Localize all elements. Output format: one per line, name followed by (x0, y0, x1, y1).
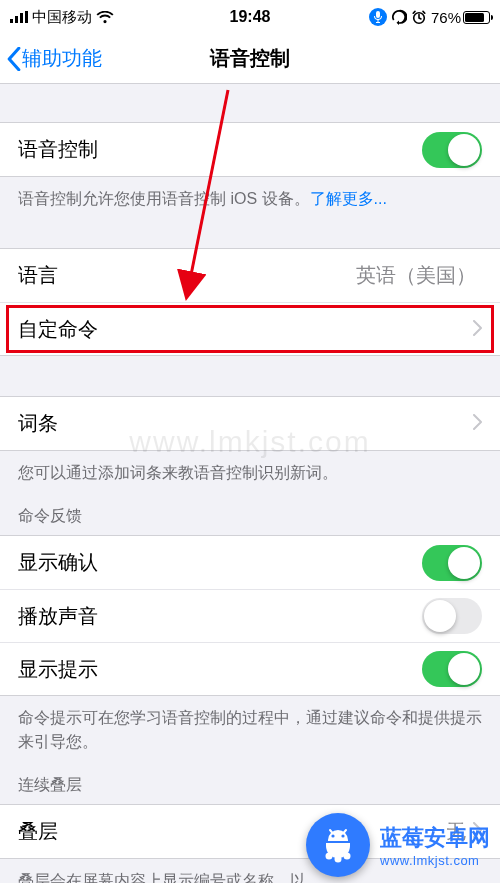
voice-control-status-icon (369, 8, 387, 26)
status-time: 19:48 (230, 8, 271, 26)
svg-point-2 (331, 834, 334, 837)
voice-control-toggle[interactable] (422, 132, 482, 168)
status-right: 76% (369, 8, 490, 26)
signal-icon (10, 11, 28, 23)
nav-bar: 辅助功能 语音控制 (0, 34, 500, 84)
custom-commands-row[interactable]: 自定命令 (0, 302, 500, 355)
show-confirm-label: 显示确认 (18, 549, 98, 576)
vocabulary-desc: 您可以通过添加词条来教语音控制识别新词。 (0, 451, 500, 484)
settings-content: 语音控制 语音控制允许您使用语音控制 iOS 设备。了解更多... 语言 英语（… (0, 84, 500, 883)
voice-control-label: 语音控制 (18, 136, 98, 163)
vocabulary-label: 词条 (18, 410, 58, 437)
command-feedback-header: 命令反馈 (0, 484, 500, 535)
vocabulary-group: 词条 (0, 396, 500, 451)
voice-control-desc: 语音控制允许您使用语音控制 iOS 设备。了解更多... (0, 177, 500, 210)
language-row[interactable]: 语言 英语（美国） (0, 249, 500, 302)
back-button[interactable]: 辅助功能 (0, 45, 102, 72)
wifi-icon (96, 11, 114, 24)
show-confirm-row[interactable]: 显示确认 (0, 536, 500, 589)
overlay-header: 连续叠层 (0, 753, 500, 804)
battery-fill (465, 13, 484, 22)
svg-point-3 (341, 834, 344, 837)
show-hint-label: 显示提示 (18, 656, 98, 683)
show-hint-toggle[interactable] (422, 651, 482, 687)
custom-commands-label: 自定命令 (18, 316, 98, 343)
svg-line-5 (344, 830, 347, 833)
brand-logo-icon (306, 813, 370, 877)
language-label: 语言 (18, 262, 58, 289)
chevron-left-icon (6, 47, 22, 71)
play-sound-toggle[interactable] (422, 598, 482, 634)
brand-overlay: 蓝莓安卓网 www.lmkjst.com (306, 813, 490, 877)
brand-name: 蓝莓安卓网 (380, 823, 490, 853)
svg-point-8 (344, 853, 351, 860)
show-hint-row[interactable]: 显示提示 (0, 642, 500, 695)
status-bar: 中国移动 19:48 76% (0, 0, 500, 34)
back-label: 辅助功能 (22, 45, 102, 72)
vocabulary-row[interactable]: 词条 (0, 397, 500, 450)
play-sound-label: 播放声音 (18, 603, 98, 630)
language-group: 语言 英语（美国） 自定命令 (0, 248, 500, 356)
show-hint-desc: 命令提示可在您学习语音控制的过程中，通过建议命令和提供提示来引导您。 (0, 696, 500, 752)
svg-point-6 (326, 853, 333, 860)
overlay-label: 叠层 (18, 818, 58, 845)
chevron-right-icon (472, 318, 482, 341)
voice-control-group: 语音控制 (0, 122, 500, 177)
orientation-lock-icon (391, 9, 407, 25)
learn-more-link[interactable]: 了解更多... (310, 190, 387, 207)
battery-percent: 76% (431, 9, 461, 26)
svg-line-4 (330, 830, 333, 833)
battery-indicator: 76% (431, 9, 490, 26)
language-value: 英语（美国） (356, 262, 476, 289)
show-confirm-toggle[interactable] (422, 545, 482, 581)
play-sound-row[interactable]: 播放声音 (0, 589, 500, 642)
alarm-icon (411, 9, 427, 25)
chevron-right-icon (472, 412, 482, 435)
voice-control-row[interactable]: 语音控制 (0, 123, 500, 176)
command-feedback-group: 显示确认 播放声音 显示提示 (0, 535, 500, 696)
svg-point-7 (335, 856, 342, 863)
status-left: 中国移动 (10, 8, 114, 27)
brand-url: www.lmkjst.com (380, 853, 490, 868)
carrier-label: 中国移动 (32, 8, 92, 27)
page-title: 语音控制 (210, 45, 290, 72)
